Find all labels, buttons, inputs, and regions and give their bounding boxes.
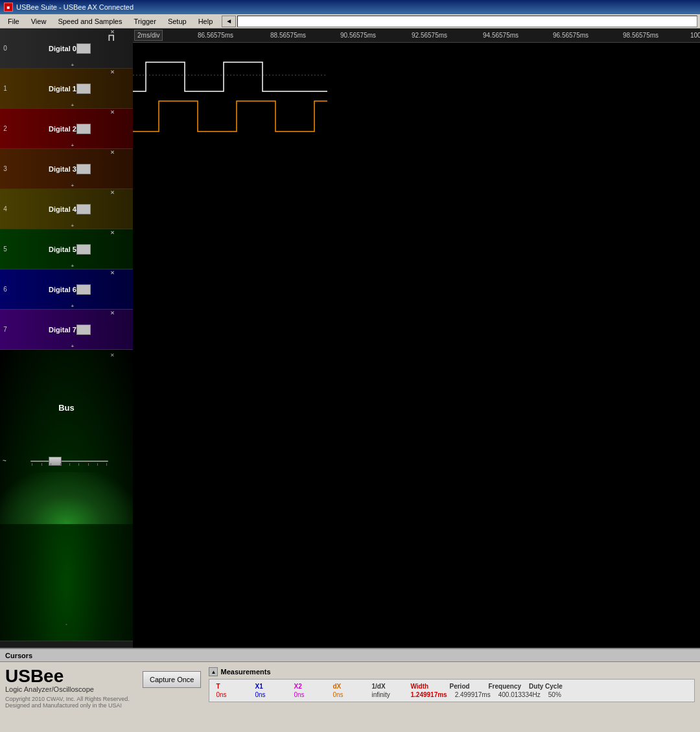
channel-label-5: Digital 5 ✕ +: [9, 229, 133, 269]
cursors-bar: Cursors: [0, 649, 700, 662]
capture-section: Capture Once: [143, 667, 201, 688]
address-bar[interactable]: [237, 16, 697, 27]
channel-x-1[interactable]: ✕: [110, 69, 115, 75]
ruler-ts-4: 94.56575ms: [483, 32, 519, 39]
meas-val-x2: 0ns: [290, 691, 329, 699]
meas-val-duty: 50%: [544, 691, 583, 699]
channel-plus-5[interactable]: +: [71, 263, 75, 269]
channel-btn-7[interactable]: [76, 325, 91, 335]
ruler-ts-7: 100.56: [690, 32, 700, 39]
channel-btn-2[interactable]: [76, 124, 91, 134]
meas-hdr-t: T: [212, 682, 251, 691]
meas-val-dx: 0ns: [329, 691, 368, 699]
bottom-panel: Cursors USBee Logic Analyzer/Oscilloscop…: [0, 648, 700, 732]
bus-x[interactable]: ✕: [110, 352, 115, 358]
nav-back-button[interactable]: ◄: [222, 16, 236, 27]
ruler-div-label: 2ms/div: [134, 30, 163, 41]
channel-btn-5[interactable]: [76, 244, 91, 255]
meas-val-t: 0ns: [212, 691, 251, 699]
measurements-header-row: T X1 X2 dX 1/dX Width Period Frequency D…: [212, 682, 692, 691]
channel-label-6: Digital 6 ✕ +: [9, 269, 133, 309]
meas-hdr-width: Width: [406, 682, 445, 691]
channel-num-6: 6: [0, 286, 9, 293]
channel-row-2: 2 Digital 2 ✕ +: [0, 109, 133, 149]
cursors-label: Cursors: [5, 652, 32, 659]
channel-text-4: Digital 4: [49, 205, 76, 213]
menu-view[interactable]: View: [26, 16, 52, 27]
channel-label-1: Digital 1 ✕ +: [9, 69, 133, 108]
channel-plus-4[interactable]: +: [71, 223, 75, 229]
ruler-ts-0: 86.56575ms: [198, 32, 233, 39]
measurements-label: Measurements: [220, 668, 270, 676]
usbee-logo-section: USBee Logic Analyzer/Oscilloscope Copyri…: [5, 667, 135, 709]
channel-row-3: 3 Digital 3 ✕ +: [0, 149, 133, 189]
meas-hdr-period: Period: [445, 682, 484, 691]
channel-num-3: 3: [0, 165, 9, 172]
measurements-chevron[interactable]: ▲: [209, 667, 218, 676]
channel-x-7[interactable]: ✕: [110, 310, 115, 316]
bus-dot: •: [65, 621, 67, 627]
meas-hdr-freq: Frequency: [484, 682, 525, 691]
channel-num-5: 5: [0, 246, 9, 253]
meas-val-inv: infinity: [368, 691, 406, 699]
channel-label-3: Digital 3 ✕ +: [9, 149, 133, 189]
meas-hdr-dx: dX: [329, 682, 368, 691]
waveform-svg: [133, 43, 327, 140]
channel-plus-0[interactable]: +: [71, 62, 75, 68]
oscilloscope-slider[interactable]: [30, 455, 108, 467]
channel-row-5: 5 Digital 5 ✕ +: [0, 229, 133, 269]
channel-plus-1[interactable]: +: [71, 102, 75, 108]
channel-text-0: Digital 0: [49, 45, 76, 52]
channel-btn-6[interactable]: [76, 284, 91, 295]
ruler-ts-1: 88.56575ms: [270, 32, 306, 39]
meas-val-period: 2.499917ms: [451, 691, 495, 699]
menu-trigger[interactable]: Trigger: [128, 16, 161, 27]
menu-setup[interactable]: Setup: [163, 16, 192, 27]
menu-speed[interactable]: Speed and Samples: [52, 16, 127, 27]
menu-help[interactable]: Help: [193, 16, 218, 27]
channel-plus-2[interactable]: +: [71, 143, 75, 148]
brand-name: USBee: [5, 667, 135, 685]
meas-val-freq: 400.013334Hz: [495, 691, 544, 699]
measurements-table: T X1 X2 dX 1/dX Width Period Frequency D…: [209, 679, 695, 702]
channel-text-1: Digital 1: [49, 85, 76, 93]
titlebar: ■ USBee Suite - USBee AX Connected: [0, 0, 700, 14]
channel-num-7: 7: [0, 326, 9, 333]
meas-val-x1: 0ns: [251, 691, 290, 699]
channel-row-0: 0 ⊓ Digital 0 ✕ +: [0, 29, 133, 69]
meas-hdr-x2: X2: [290, 682, 329, 691]
channel-x-6[interactable]: ✕: [110, 270, 115, 276]
channel-x-4[interactable]: ✕: [110, 190, 115, 196]
measurements-panel: ▲ Measurements T X1 X2 dX 1/dX Width Per…: [209, 667, 695, 702]
channel-btn-0[interactable]: [76, 43, 91, 54]
channel-row-7: 7 Digital 7 ✕ +: [0, 310, 133, 350]
channel-label-0: ⊓ Digital 0 ✕ +: [9, 29, 133, 68]
meas-hdr-duty: Duty Cycle: [525, 682, 566, 691]
channel-btn-3[interactable]: [76, 164, 91, 174]
channel-x-3[interactable]: ✕: [110, 150, 115, 155]
signal-ch0: [133, 62, 327, 91]
channel-panel: 0 ⊓ Digital 0 ✕ + 1 Digital 1 ✕ + 2 Dig: [0, 29, 133, 648]
channel-btn-4[interactable]: [76, 204, 91, 214]
channel-label-2: Digital 2 ✕ +: [9, 109, 133, 148]
channel-plus-3[interactable]: +: [71, 183, 75, 189]
channel-num-0: 0: [0, 45, 9, 52]
channel-row-bus: ✕ Bus ~: [0, 350, 133, 641]
channel-label-7: Digital 7 ✕ +: [9, 310, 133, 349]
channel-plus-7[interactable]: +: [71, 343, 75, 349]
channel-x-2[interactable]: ✕: [110, 109, 115, 115]
meas-hdr-x1: X1: [251, 682, 290, 691]
meas-hdr-inv: 1/dX: [368, 682, 406, 691]
waveform-area[interactable]: 2ms/div 86.56575ms 88.56575ms 90.56575ms…: [133, 29, 700, 648]
channel-text-5: Digital 5: [49, 246, 76, 253]
main-area: 0 ⊓ Digital 0 ✕ + 1 Digital 1 ✕ + 2 Dig: [0, 29, 700, 648]
channel-x-0[interactable]: ✕: [110, 29, 115, 35]
brand-subtitle: Logic Analyzer/Oscilloscope: [5, 685, 135, 693]
menu-file[interactable]: File: [3, 16, 25, 27]
channel-plus-6[interactable]: +: [71, 303, 75, 309]
channel-x-5[interactable]: ✕: [110, 230, 115, 236]
channel-row-4: 4 Digital 4 ✕ +: [0, 189, 133, 229]
channel-btn-1[interactable]: [76, 84, 91, 94]
bus-label: Bus: [58, 403, 75, 413]
capture-button[interactable]: Capture Once: [143, 671, 201, 688]
